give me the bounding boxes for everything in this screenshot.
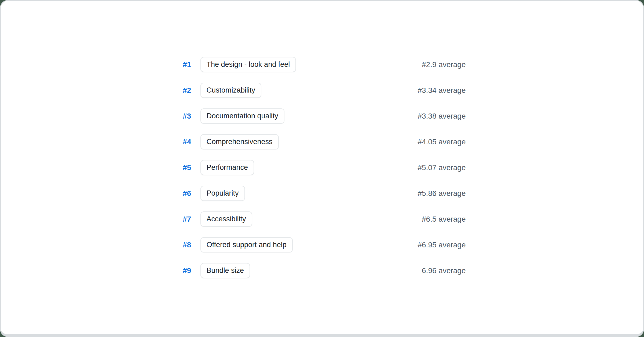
rank-badge: #2 (178, 86, 191, 95)
option-label: Offered support and help (207, 241, 287, 249)
rank-badge: #4 (178, 138, 191, 146)
option-label: Customizability (207, 86, 255, 94)
results-card: #1 The design - look and feel #2.9 avera… (0, 0, 644, 337)
average-value: #6.95 average (418, 241, 466, 249)
option-chip: Accessibility (200, 211, 252, 227)
option-chip: Bundle size (200, 263, 250, 278)
option-label: Popularity (207, 189, 239, 197)
ranking-row: #2 Customizability #3.34 average (178, 83, 466, 98)
ranking-row: #1 The design - look and feel #2.9 avera… (178, 57, 466, 72)
option-label: Accessibility (207, 215, 246, 223)
option-label: Performance (207, 163, 248, 172)
average-value: #4.05 average (418, 138, 466, 146)
rank-badge: #9 (178, 266, 191, 275)
ranking-row: #5 Performance #5.07 average (178, 160, 466, 175)
option-chip: Customizability (200, 83, 262, 98)
ranking-row: #9 Bundle size 6.96 average (178, 263, 466, 278)
ranking-row: #4 Comprehensiveness #4.05 average (178, 134, 466, 149)
option-label: Documentation quality (207, 112, 278, 120)
average-value: #2.9 average (422, 60, 466, 69)
option-chip: Comprehensiveness (200, 134, 279, 149)
rank-badge: #8 (178, 241, 191, 249)
option-chip: Offered support and help (200, 237, 293, 252)
rank-badge: #1 (178, 60, 191, 69)
rank-badge: #3 (178, 112, 191, 120)
average-value: #3.38 average (418, 112, 466, 120)
ranking-list: #1 The design - look and feel #2.9 avera… (178, 57, 466, 278)
option-chip: Documentation quality (200, 108, 284, 124)
rank-badge: #5 (178, 163, 191, 172)
option-label: The design - look and feel (207, 60, 290, 69)
rank-badge: #6 (178, 189, 191, 198)
average-value: #5.07 average (418, 163, 466, 172)
option-label: Comprehensiveness (207, 138, 273, 146)
option-chip: Popularity (200, 186, 245, 201)
ranking-row: #3 Documentation quality #3.38 average (178, 108, 466, 124)
ranking-row: #8 Offered support and help #6.95 averag… (178, 237, 466, 252)
option-label: Bundle size (207, 266, 244, 275)
average-value: 6.96 average (422, 266, 466, 275)
average-value: #6.5 average (422, 215, 466, 224)
ranking-row: #6 Popularity #5.86 average (178, 186, 466, 201)
average-value: #5.86 average (418, 189, 466, 198)
option-chip: Performance (200, 160, 254, 175)
ranking-row: #7 Accessibility #6.5 average (178, 211, 466, 227)
average-value: #3.34 average (418, 86, 466, 95)
rank-badge: #7 (178, 215, 191, 224)
option-chip: The design - look and feel (200, 57, 296, 72)
